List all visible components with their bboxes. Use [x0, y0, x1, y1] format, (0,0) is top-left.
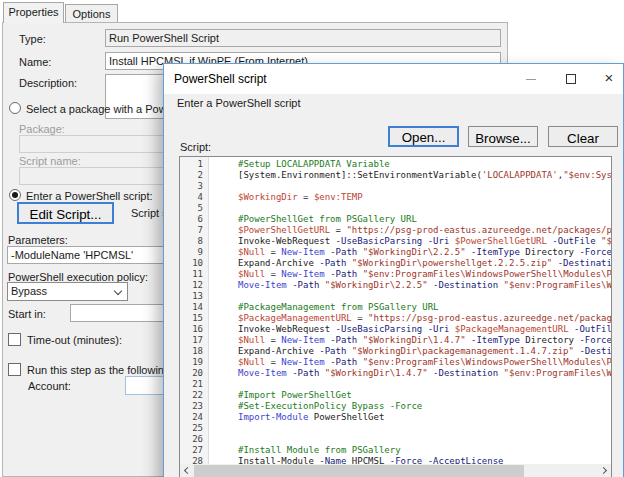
- description-label: Description:: [19, 77, 77, 89]
- dialog-titlebar[interactable]: PowerShell script ×: [164, 64, 623, 94]
- script-line: 19$Null = New-Item -Path "$env:ProgramFi…: [180, 357, 611, 368]
- run-as-checkbox[interactable]: [8, 363, 21, 376]
- minimize-button[interactable]: [517, 64, 545, 94]
- minimize-icon: [526, 79, 536, 80]
- maximize-button[interactable]: [557, 64, 585, 94]
- script-line: 27#Install Module from PSGallery: [180, 445, 611, 456]
- close-button[interactable]: ×: [595, 64, 623, 94]
- select-package-radio[interactable]: [9, 102, 21, 114]
- start-in-label: Start in:: [8, 308, 46, 320]
- open-button[interactable]: Open...: [388, 126, 459, 147]
- script-line: 7$PowerShellGetURL = "https://psg-prod-e…: [180, 225, 611, 236]
- package-label: Package:: [19, 123, 65, 135]
- timeout-label[interactable]: Time-out (minutes):: [27, 334, 122, 346]
- script-line: 23#Set-ExecutionPolicy Bypass -Force: [180, 401, 611, 412]
- script-line: 13: [180, 291, 611, 302]
- type-field: Run PowerShell Script: [105, 29, 501, 47]
- script-line: 17$Null = New-Item -Path "$WorkingDir\1.…: [180, 335, 611, 346]
- script-line: 10Expand-Archive -Path "$WorkingDir\powe…: [180, 258, 611, 269]
- script-line: 20Move-Item -Path "$WorkingDir\1.4.7" -D…: [180, 368, 611, 379]
- chevron-down-icon: [114, 287, 122, 295]
- script-line: 24Import-Module PowerShellGet: [180, 412, 611, 423]
- maximize-icon: [566, 74, 576, 84]
- script-line: 12Move-Item -Path "$WorkingDir\2.2.5" -D…: [180, 280, 611, 291]
- script-line: 18Expand-Archive -Path "$WorkingDir\pack…: [180, 346, 611, 357]
- type-label: Type:: [19, 33, 46, 45]
- enter-script-radio[interactable]: [9, 189, 21, 201]
- script-line: 26: [180, 434, 611, 445]
- script-line: 6#PowerShellGet from PSGallery URL: [180, 214, 611, 225]
- script-line: 3: [180, 181, 611, 192]
- execution-policy-select[interactable]: Bypass: [7, 282, 128, 301]
- parameters-label: Parameters:: [8, 234, 68, 246]
- script-line: 16Invoke-WebRequest -UseBasicParsing -Ur…: [180, 324, 611, 335]
- script-line: 22#Import PowerShellGet: [180, 390, 611, 401]
- script-code: 1#Setup LOCALAPPDATA Variable2[System.En…: [180, 159, 611, 467]
- script-label: Script:: [180, 141, 211, 153]
- tab-properties[interactable]: Properties: [3, 2, 64, 23]
- account-label: Account:: [28, 380, 71, 392]
- script-line: 1#Setup LOCALAPPDATA Variable: [180, 159, 611, 170]
- timeout-checkbox[interactable]: [8, 333, 21, 346]
- script-line: 11$Null = New-Item -Path "$env:ProgramFi…: [180, 269, 611, 280]
- scrollbar-thumb[interactable]: [194, 465, 524, 477]
- script-line: 2[System.Environment]::SetEnvironmentVar…: [180, 170, 611, 181]
- dialog-title: PowerShell script: [174, 72, 267, 86]
- script-editor[interactable]: 1#Setup LOCALAPPDATA Variable2[System.En…: [179, 156, 612, 477]
- enter-script-radio-label[interactable]: Enter a PowerShell script:: [26, 190, 153, 202]
- close-icon: ×: [605, 69, 614, 86]
- script-line: 15$PackageManagementURL = "https://psg-p…: [180, 313, 611, 324]
- scroll-right-icon[interactable]: [600, 467, 607, 474]
- script-line: 8Invoke-WebRequest -UseBasicParsing -Uri…: [180, 236, 611, 247]
- script-line: 5: [180, 203, 611, 214]
- dialog-subtitle: Enter a PowerShell script: [177, 97, 301, 109]
- script-name-label: Script name:: [19, 155, 81, 167]
- browse-button[interactable]: Browse...: [468, 126, 538, 147]
- script-line: 14#PackageManagement from PSGallery URL: [180, 302, 611, 313]
- clear-button[interactable]: Clear: [548, 126, 618, 147]
- edit-script-button[interactable]: Edit Script...: [17, 202, 114, 224]
- script-line: 4$WorkingDir = $env:TEMP: [180, 192, 611, 203]
- execution-policy-value: Bypass: [11, 285, 47, 297]
- script-line: 9$Null = New-Item -Path "$WorkingDir\2.2…: [180, 247, 611, 258]
- name-label: Name:: [19, 56, 51, 68]
- script-line: 25: [180, 423, 611, 434]
- powershell-script-dialog: PowerShell script × Enter a PowerShell s…: [163, 63, 624, 477]
- script-line: 21: [180, 379, 611, 390]
- tab-options[interactable]: Options: [65, 4, 118, 23]
- horizontal-scrollbar[interactable]: [180, 464, 611, 477]
- scroll-left-icon[interactable]: [184, 467, 191, 474]
